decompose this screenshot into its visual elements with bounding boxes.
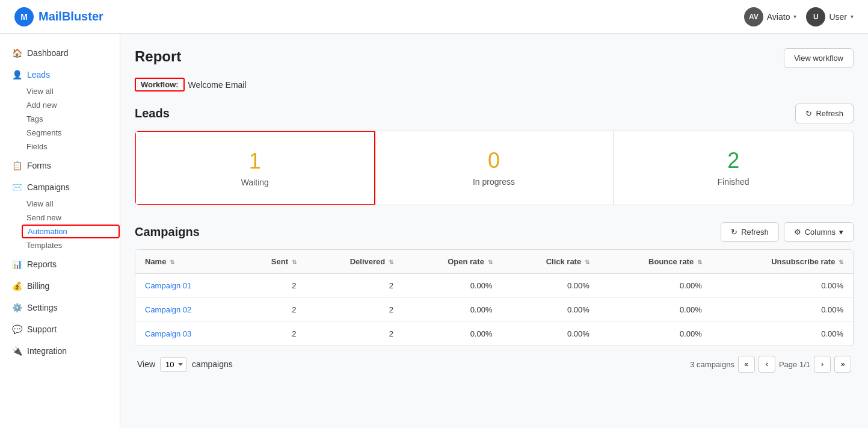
campaign-name-cell[interactable]: Campaign 02 — [135, 298, 237, 322]
sidebar-sub-campaigns-templates[interactable]: Templates — [0, 238, 120, 252]
aviato-user[interactable]: AV Aviato ▾ — [744, 7, 797, 26]
user-label: User — [829, 12, 847, 22]
last-page-button[interactable]: » — [834, 356, 851, 373]
aviato-chevron-icon: ▾ — [793, 13, 796, 20]
campaigns-section-title: Campaigns — [135, 225, 200, 239]
sidebar-item-campaigns[interactable]: ✉️ Campaigns — [0, 178, 120, 197]
sidebar-sub-campaigns-automation[interactable]: Automation — [22, 225, 120, 238]
sidebar-sub-leads-segments[interactable]: Segments — [0, 126, 120, 140]
campaign-name-cell[interactable]: Campaign 03 — [135, 322, 237, 346]
sort-icon-click-rate: ⇅ — [585, 259, 589, 265]
columns-chevron-icon: ▾ — [839, 228, 843, 237]
nav-right: AV Aviato ▾ U User ▾ — [744, 7, 854, 26]
campaigns-table-wrap: Name ⇅ Sent ⇅ Delivered ⇅ Open rate ⇅ Cl… — [135, 249, 854, 346]
campaign-sent-cell: 2 — [237, 298, 306, 322]
reports-icon: 📊 — [12, 259, 22, 269]
topnav: M MailBluster AV Aviato ▾ U User ▾ — [0, 0, 868, 34]
campaign-open-rate-cell: 0.00% — [403, 322, 502, 346]
leads-refresh-icon: ↻ — [805, 109, 812, 118]
sidebar-label-reports: Reports — [27, 259, 57, 269]
sidebar-item-integration[interactable]: 🔌 Integration — [0, 341, 120, 361]
campaigns-label: campaigns — [192, 359, 233, 369]
main-content: Report View workflow Workflow: Welcome E… — [120, 34, 868, 387]
sidebar: 🏠 Dashboard 👤 Leads View all Add new Tag… — [0, 34, 120, 387]
prev-page-button[interactable]: ‹ — [759, 356, 775, 373]
col-name[interactable]: Name ⇅ — [135, 250, 237, 274]
campaign-sent-cell: 2 — [237, 274, 306, 298]
sidebar-item-reports[interactable]: 📊 Reports — [0, 255, 120, 274]
sidebar-item-support[interactable]: 💬 Support — [0, 320, 120, 339]
settings-icon: ⚙️ — [12, 303, 22, 312]
support-icon: 💬 — [12, 324, 22, 334]
sidebar-sub-leads-fields[interactable]: Fields — [0, 140, 120, 154]
sidebar-section-forms: 📋 Forms — [0, 156, 120, 175]
sidebar-section-settings: ⚙️ Settings — [0, 298, 120, 317]
sort-icon-delivered: ⇅ — [389, 259, 393, 265]
sidebar-item-forms[interactable]: 📋 Forms — [0, 156, 120, 175]
campaign-bounce-rate-cell: 0.00% — [599, 298, 712, 322]
sidebar-label-settings: Settings — [27, 303, 58, 312]
campaign-open-rate-cell: 0.00% — [403, 274, 502, 298]
sidebar-section-leads: 👤 Leads View all Add new Tags Segments F… — [0, 65, 120, 154]
user-avatar: U — [806, 7, 825, 26]
next-page-button[interactable]: › — [814, 356, 831, 373]
logo[interactable]: M MailBluster — [14, 7, 103, 26]
view-label: View — [137, 359, 155, 369]
col-unsub-rate[interactable]: Unsubscribe rate ⇅ — [712, 250, 853, 274]
sidebar-item-leads[interactable]: 👤 Leads — [0, 65, 120, 84]
first-page-button[interactable]: « — [738, 356, 755, 373]
stat-waiting-label: Waiting — [153, 178, 357, 187]
table-row: Campaign 01 2 2 0.00% 0.00% 0.00% 0.00% — [135, 274, 853, 298]
aviato-avatar: AV — [744, 7, 763, 26]
stats-row: 1 Waiting 0 In progress 2 Finished — [135, 131, 854, 205]
campaigns-tbody: Campaign 01 2 2 0.00% 0.00% 0.00% 0.00% … — [135, 274, 853, 346]
campaigns-refresh-button[interactable]: ↻ Refresh — [721, 222, 779, 242]
sort-icon-bounce-rate: ⇅ — [697, 259, 702, 265]
sort-icon-open-rate: ⇅ — [488, 259, 493, 265]
sidebar-item-dashboard[interactable]: 🏠 Dashboard — [0, 43, 120, 63]
campaign-click-rate-cell: 0.00% — [502, 274, 599, 298]
col-delivered[interactable]: Delivered ⇅ — [306, 250, 403, 274]
campaign-unsub-rate-cell: 0.00% — [712, 274, 853, 298]
col-open-rate[interactable]: Open rate ⇅ — [403, 250, 502, 274]
view-workflow-button[interactable]: View workflow — [784, 48, 854, 68]
campaigns-refresh-label: Refresh — [741, 228, 769, 237]
campaign-name-cell[interactable]: Campaign 01 — [135, 274, 237, 298]
table-row: Campaign 03 2 2 0.00% 0.00% 0.00% 0.00% — [135, 322, 853, 346]
campaigns-refresh-icon: ↻ — [731, 228, 737, 237]
stat-in-progress-label: In progress — [392, 177, 597, 187]
stat-waiting-num: 1 — [153, 149, 357, 174]
sidebar-item-billing[interactable]: 💰 Billing — [0, 276, 120, 296]
user-menu[interactable]: U User ▾ — [806, 7, 854, 26]
layout: 🏠 Dashboard 👤 Leads View all Add new Tag… — [0, 34, 868, 387]
table-header: Name ⇅ Sent ⇅ Delivered ⇅ Open rate ⇅ Cl… — [135, 250, 853, 274]
aviato-label: Aviato — [767, 12, 790, 22]
sidebar-section-dashboard: 🏠 Dashboard — [0, 43, 120, 63]
workflow-badge: Workflow: — [135, 78, 185, 91]
sidebar-section-campaigns: ✉️ Campaigns View all Send new Automatio… — [0, 178, 120, 252]
sidebar-sub-campaigns-viewall[interactable]: View all — [0, 197, 120, 211]
campaign-delivered-cell: 2 — [306, 274, 403, 298]
sidebar-label-support: Support — [27, 324, 57, 334]
col-sent[interactable]: Sent ⇅ — [237, 250, 306, 274]
sidebar-sub-leads-tags[interactable]: Tags — [0, 112, 120, 126]
campaign-bounce-rate-cell: 0.00% — [599, 274, 712, 298]
leads-refresh-button[interactable]: ↻ Refresh — [795, 104, 854, 123]
sidebar-sub-leads-addnew[interactable]: Add new — [0, 98, 120, 112]
workflow-name: Welcome Email — [188, 80, 247, 90]
pagination-row: View 10 25 50 campaigns 3 campaigns « ‹ … — [135, 356, 854, 373]
total-campaigns: 3 campaigns — [690, 360, 734, 369]
columns-label: Columns — [805, 228, 836, 237]
per-page-select[interactable]: 10 25 50 — [160, 357, 187, 372]
leads-icon: 👤 — [12, 70, 22, 79]
col-bounce-rate[interactable]: Bounce rate ⇅ — [599, 250, 712, 274]
page-info: Page 1/1 — [779, 360, 810, 369]
sort-icon-unsub-rate: ⇅ — [839, 259, 843, 265]
columns-button[interactable]: ⚙ Columns ▾ — [784, 222, 854, 242]
stat-finished-label: Finished — [630, 177, 836, 187]
sidebar-sub-campaigns-sendnew[interactable]: Send new — [0, 211, 120, 225]
integration-icon: 🔌 — [12, 346, 22, 356]
sidebar-sub-leads-viewall[interactable]: View all — [0, 84, 120, 98]
sidebar-item-settings[interactable]: ⚙️ Settings — [0, 298, 120, 317]
col-click-rate[interactable]: Click rate ⇅ — [502, 250, 599, 274]
